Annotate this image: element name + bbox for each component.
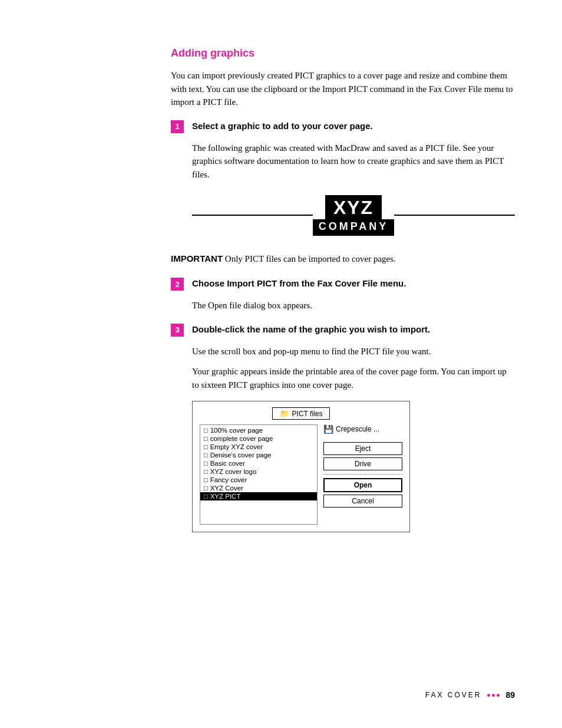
file-icon: □	[204, 460, 208, 467]
step-1-body: The following graphic was created with M…	[192, 141, 515, 236]
footer-page-number: 89	[505, 690, 515, 700]
footer-label: FAX COVER	[425, 691, 482, 699]
step-2-number: 2	[171, 278, 184, 291]
file-icon: □	[204, 485, 208, 492]
file-item[interactable]: □100% cover page	[200, 426, 317, 434]
logo-line-left	[192, 215, 313, 216]
drive-row: 💾 Crepescule ...	[323, 424, 402, 434]
dialog-main: □100% cover page□complete cover page□Emp…	[200, 424, 402, 525]
file-list: □100% cover page□complete cover page□Emp…	[200, 425, 317, 502]
file-item[interactable]: □XYZ cover logo	[200, 467, 317, 476]
important-text: Only PICT files can be imported to cover…	[223, 254, 396, 263]
footer-dot-1	[487, 694, 490, 697]
logo-line-right	[394, 215, 515, 216]
step-3-text2: Your graphic appears inside the printabl…	[192, 365, 515, 391]
step-3-number: 3	[171, 324, 184, 337]
file-name: Basic cover	[210, 460, 245, 467]
logo-xyz: XYZ	[325, 195, 382, 219]
file-icon: □	[204, 476, 208, 483]
step-2-text: The Open file dialog box appears.	[192, 299, 515, 312]
file-icon: □	[204, 435, 208, 442]
step-1-row: 1 Select a graphic to add to your cover …	[171, 120, 515, 133]
step-3-text1: Use the scroll box and pop-up menu to fi…	[192, 345, 515, 358]
file-name: XYZ cover logo	[210, 468, 257, 475]
file-list-container: □100% cover page□complete cover page□Emp…	[200, 424, 318, 525]
folder-label: PICT files	[292, 410, 323, 418]
eject-button[interactable]: Eject	[323, 442, 402, 455]
file-name: 100% cover page	[210, 427, 263, 434]
page: Adding graphics You can import previousl…	[0, 0, 562, 728]
file-item[interactable]: □Basic cover	[200, 459, 317, 467]
dialog-wrapper: 📁 PICT files □100% cover page□complete c…	[192, 401, 515, 532]
step-3-body: Use the scroll box and pop-up menu to fi…	[192, 345, 515, 533]
step-3-label: Double-click the name of the graphic you…	[192, 323, 430, 335]
dialog-right: 💾 Crepescule ... Eject Drive Open Cancel	[323, 424, 402, 525]
step-2-row: 2 Choose Import PICT from the Fax Cover …	[171, 277, 515, 291]
folder-button[interactable]: 📁 PICT files	[272, 407, 330, 420]
footer-dot-3	[497, 694, 500, 697]
file-icon: □	[204, 493, 208, 500]
file-icon: □	[204, 443, 208, 450]
folder-icon: 📁	[280, 409, 289, 418]
dialog-header: 📁 PICT files	[200, 407, 402, 420]
file-item[interactable]: □Empty XYZ cover	[200, 443, 317, 451]
file-item[interactable]: □Fancy cover	[200, 476, 317, 484]
logo-container: XYZ COMPANY	[192, 195, 515, 236]
logo-company: COMPANY	[313, 219, 395, 236]
important-label: IMPORTANT	[171, 253, 223, 263]
intro-paragraph: You can import previously created PICT g…	[171, 69, 515, 109]
step-1-number: 1	[171, 120, 184, 133]
cancel-button[interactable]: Cancel	[323, 495, 402, 508]
file-name: XYZ PICT	[210, 493, 241, 500]
content-area: Adding graphics You can import previousl…	[171, 47, 515, 532]
open-button[interactable]: Open	[323, 478, 402, 492]
step-2-label: Choose Import PICT from the Fax Cover Fi…	[192, 277, 406, 289]
file-name: Denise's cover page	[210, 452, 272, 459]
drive-icon: 💾	[323, 424, 333, 434]
file-item[interactable]: □XYZ PICT	[200, 492, 317, 500]
file-name: Empty XYZ cover	[210, 443, 263, 450]
step-1-text: The following graphic was created with M…	[192, 141, 515, 182]
footer-dot-2	[492, 694, 495, 697]
page-footer: FAX COVER 89	[425, 690, 515, 700]
drive-button[interactable]: Drive	[323, 457, 402, 470]
file-name: Fancy cover	[210, 476, 247, 483]
file-name: complete cover page	[210, 435, 273, 442]
open-file-dialog: 📁 PICT files □100% cover page□complete c…	[192, 401, 410, 532]
drive-label: Crepescule ...	[336, 425, 379, 433]
step-3-row: 3 Double-click the name of the graphic y…	[171, 323, 515, 337]
dialog-buttons: Eject Drive Open Cancel	[323, 442, 402, 508]
section-title: Adding graphics	[171, 47, 515, 60]
step-1-label: Select a graphic to add to your cover pa…	[192, 120, 373, 132]
file-icon: □	[204, 427, 208, 434]
important-note: IMPORTANT Only PICT files can be importe…	[171, 252, 515, 266]
footer-dots	[487, 694, 500, 697]
file-item[interactable]: □XYZ Cover	[200, 484, 317, 492]
logo-box: XYZ COMPANY	[313, 195, 395, 236]
step-2-body: The Open file dialog box appears.	[192, 299, 515, 312]
file-item[interactable]: □complete cover page	[200, 434, 317, 443]
file-icon: □	[204, 452, 208, 459]
file-icon: □	[204, 468, 208, 475]
file-item[interactable]: □Denise's cover page	[200, 451, 317, 459]
file-name: XYZ Cover	[210, 485, 243, 492]
